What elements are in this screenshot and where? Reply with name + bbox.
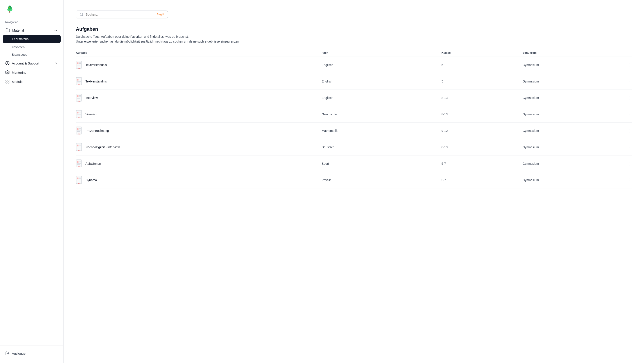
svg-rect-15 <box>6 82 7 83</box>
sidebar-item-material[interactable]: Material <box>3 26 61 35</box>
document-icon: PDF <box>76 159 83 168</box>
svg-rect-27 <box>76 77 82 85</box>
svg-rect-55 <box>76 143 82 151</box>
sidebar-item-brainspeed[interactable]: Brainspeed <box>0 51 63 58</box>
svg-text:PDF: PDF <box>78 166 80 168</box>
sidebar-item-mentoring[interactable]: Mentoring <box>0 68 63 77</box>
svg-point-9 <box>9 10 9 10</box>
folder-icon <box>6 28 10 33</box>
row-name-text: Textverständnis <box>86 80 107 83</box>
document-icon: PDF <box>76 176 83 184</box>
row-name-text: Vormärz <box>86 113 97 116</box>
main-content: Strg K Aufgaben Durchsuche Tags, Aufgabe… <box>64 0 644 363</box>
row-klasse: 5-7 <box>442 178 519 182</box>
svg-rect-63 <box>77 161 79 163</box>
document-icon: PDF <box>76 77 83 86</box>
sidebar-item-material-label: Material <box>12 29 52 32</box>
svg-rect-56 <box>77 145 79 146</box>
row-klasse: 9-10 <box>442 129 519 133</box>
col-header-fach: Fach <box>322 51 438 54</box>
table-row: PDF Textverständnis Englisch 5 Gymnasium… <box>76 73 632 90</box>
sidebar-item-lehrmaterial-label: Lehrmaterial <box>12 37 29 41</box>
mentoring-icon <box>5 70 10 75</box>
row-name-text: Aufwärmen <box>86 162 101 165</box>
logout-button[interactable]: Ausloggen <box>5 349 58 358</box>
row-fach: Englisch <box>322 96 438 100</box>
row-name: PDF Prozentrechnung <box>76 127 318 135</box>
document-icon: PDF <box>76 127 83 135</box>
row-fach: Sport <box>322 162 438 165</box>
sidebar-item-favoriten-label: Favoriten <box>12 45 24 49</box>
row-schulfrom: Gymnasium <box>522 96 620 100</box>
svg-text:PDF: PDF <box>78 84 80 85</box>
row-name: PDF Nachhaltigkeit - Interview <box>76 143 318 151</box>
row-name: PDF Vormärz <box>76 110 318 118</box>
row-menu-button[interactable]: ⋮ <box>623 128 632 133</box>
sidebar-bottom: Ausloggen <box>0 345 63 363</box>
svg-rect-34 <box>76 94 82 101</box>
table-body: PDF Textverständnis Englisch 5 Gymnasium… <box>76 57 632 188</box>
row-menu-button[interactable]: ⋮ <box>623 161 632 166</box>
sidebar: Navigation Material Lehrmaterial Favorit… <box>0 0 64 363</box>
document-icon: PDF <box>76 61 83 69</box>
search-bar[interactable]: Strg K <box>76 11 168 19</box>
svg-point-10 <box>11 10 11 10</box>
svg-rect-35 <box>77 95 79 97</box>
row-menu-button[interactable]: ⋮ <box>623 177 632 183</box>
page-desc-line2: Unter erweiterter suche hast du die mögl… <box>76 40 239 43</box>
row-menu-button[interactable]: ⋮ <box>623 95 632 101</box>
row-schulfrom: Gymnasium <box>522 178 620 182</box>
svg-point-7 <box>10 8 11 8</box>
row-fach: Geschichte <box>322 113 438 116</box>
sidebar-item-module[interactable]: Module <box>0 77 63 86</box>
svg-point-8 <box>10 6 10 7</box>
row-klasse: 8-13 <box>442 113 519 116</box>
svg-text:PDF: PDF <box>78 134 80 135</box>
sidebar-item-lehrmaterial[interactable]: Lehrmaterial <box>3 35 61 43</box>
logo-area <box>0 0 63 17</box>
row-menu-button[interactable]: ⋮ <box>623 145 632 150</box>
row-menu-button[interactable]: ⋮ <box>623 112 632 117</box>
svg-text:PDF: PDF <box>78 117 80 118</box>
table-row: PDF Nachhaltigkeit - Interview Deustsch … <box>76 139 632 156</box>
svg-rect-49 <box>77 128 79 130</box>
table-header: Aufgabe Fach Klasse Schulfrom <box>76 51 632 57</box>
logout-icon <box>5 351 10 355</box>
logout-label: Ausloggen <box>12 351 28 355</box>
row-name-text: Nachhaltigkeit - Interview <box>86 145 120 149</box>
svg-rect-70 <box>77 177 79 179</box>
page-description: Durchsuche Tags, Aufgaben oder deine Fav… <box>76 34 632 44</box>
col-header-klasse: Klasse <box>442 51 519 54</box>
table-row: PDF Prozentrechnung Mathematik 9-10 Gymn… <box>76 123 632 139</box>
row-name-text: Prozentrechnung <box>86 129 109 133</box>
row-menu-button[interactable]: ⋮ <box>623 62 632 68</box>
search-input[interactable] <box>86 13 155 16</box>
row-name: PDF Dynamo <box>76 176 318 184</box>
svg-rect-69 <box>76 176 82 184</box>
row-fach: Mathematik <box>322 129 438 133</box>
svg-text:PDF: PDF <box>78 101 80 102</box>
sidebar-item-module-label: Module <box>12 80 58 84</box>
sidebar-item-favoriten[interactable]: Favoriten <box>0 44 63 51</box>
person-circle-icon <box>5 61 10 65</box>
svg-line-19 <box>82 15 83 16</box>
row-fach: Englisch <box>322 80 438 83</box>
page-title: Aufgaben <box>76 26 632 32</box>
row-menu-button[interactable]: ⋮ <box>623 79 632 84</box>
row-klasse: 5 <box>442 80 519 83</box>
table-row: PDF Interview Englisch 8-13 Gymnasium ⋮ <box>76 90 632 106</box>
module-icon <box>5 79 10 84</box>
logo-icon <box>5 5 14 14</box>
svg-rect-28 <box>77 79 79 81</box>
row-schulfrom: Gymnasium <box>522 129 620 133</box>
col-header-actions <box>623 51 632 54</box>
sidebar-item-account-support[interactable]: Account & Support <box>0 59 63 68</box>
row-fach: Deustsch <box>322 145 438 149</box>
svg-rect-16 <box>8 82 9 83</box>
row-fach: Physik <box>322 178 438 182</box>
table-row: PDF Textverständnis Englisch 5 Gymnasium… <box>76 57 632 73</box>
svg-text:PDF: PDF <box>78 68 80 69</box>
svg-rect-41 <box>76 110 82 118</box>
document-icon: PDF <box>76 143 83 151</box>
row-name: PDF Aufwärmen <box>76 159 318 168</box>
